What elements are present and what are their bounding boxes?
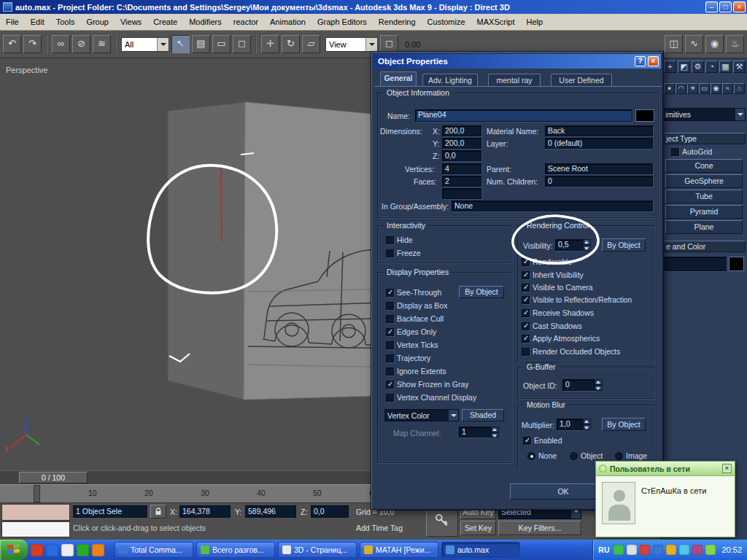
checkbox[interactable]: [386, 354, 394, 362]
vertex-ticks-checkbox[interactable]: Vertex Ticks: [386, 341, 438, 349]
rectangular-selection-region-icon[interactable]: ▭: [212, 35, 231, 53]
tab-utilities[interactable]: ⚒: [733, 61, 746, 73]
menu-item-file[interactable]: File: [0, 16, 25, 28]
motion-blur-object-radio[interactable]: Object: [570, 451, 603, 460]
object-id-spinner[interactable]: [595, 379, 603, 391]
visibility-field[interactable]: 0,5: [555, 239, 583, 251]
inherit-visibility-checkbox[interactable]: Inherit Visibility: [522, 271, 584, 279]
menu-item-create[interactable]: Create: [147, 16, 183, 28]
radio[interactable]: [527, 452, 535, 460]
checkbox[interactable]: [386, 302, 394, 310]
cast-shadows-checkbox[interactable]: Cast Shadows: [522, 322, 582, 330]
motion-blur-none-radio[interactable]: None: [527, 451, 557, 460]
tab-create[interactable]: +: [664, 61, 676, 73]
checkbox[interactable]: [522, 258, 530, 266]
receive-shadows-checkbox[interactable]: Receive Shadows: [522, 308, 594, 317]
tray-icon-updates[interactable]: [666, 545, 676, 555]
checkbox[interactable]: [386, 249, 394, 257]
checkbox[interactable]: [522, 296, 530, 304]
radio[interactable]: [570, 452, 578, 460]
taskbar-task-total-commander[interactable]: Total Comma...: [115, 542, 193, 558]
checkbox[interactable]: [522, 348, 530, 356]
category-lights-icon[interactable]: ☀: [687, 83, 698, 94]
tab-modify[interactable]: ◩: [678, 61, 690, 73]
checkbox[interactable]: [386, 328, 394, 336]
object-name-field[interactable]: [662, 257, 727, 271]
menu-item-help[interactable]: Help: [521, 16, 549, 28]
taskbar-task-browser[interactable]: 3D - Страниц...: [278, 542, 357, 558]
checkbox[interactable]: [522, 284, 530, 292]
add-time-tag[interactable]: Add Time Tag: [356, 524, 403, 532]
checkbox[interactable]: [523, 437, 531, 445]
render-icon[interactable]: ♨: [726, 35, 744, 53]
chevron-down-icon[interactable]: [448, 410, 458, 421]
visible-to-camera-checkbox[interactable]: Visible to Camera: [522, 283, 593, 292]
unlink-selection-icon[interactable]: ⊘: [72, 35, 90, 53]
notification-close-icon[interactable]: ×: [722, 464, 732, 473]
y-coord-field[interactable]: 589,496: [245, 505, 296, 518]
shaded-button[interactable]: Shaded: [462, 409, 504, 421]
checkbox[interactable]: [671, 148, 679, 156]
mirror-icon[interactable]: ◫: [665, 35, 683, 53]
select-object-icon[interactable]: ↖: [171, 35, 190, 53]
start-button[interactable]: [0, 540, 28, 560]
curve-editor-icon[interactable]: ∿: [685, 35, 703, 53]
checkbox[interactable]: [522, 309, 530, 317]
menu-item-modifiers[interactable]: Modifiers: [183, 16, 228, 28]
minimize-button[interactable]: –: [705, 1, 718, 12]
motion-blur-image-radio[interactable]: Image: [615, 451, 647, 460]
checkbox[interactable]: [386, 289, 394, 297]
undo-icon[interactable]: ↶: [3, 35, 21, 53]
name-field[interactable]: Plane04: [415, 109, 632, 122]
category-shapes-icon[interactable]: ◠: [676, 83, 686, 94]
map-channel-field[interactable]: 1: [459, 427, 491, 438]
rollout-object-type[interactable]: ject Type: [662, 133, 746, 144]
visibility-by-object-button[interactable]: By Object: [602, 238, 646, 252]
set-key-button[interactable]: Set Key: [460, 521, 496, 535]
hide-checkbox[interactable]: Hide: [386, 236, 413, 244]
quick-launch-icon-1[interactable]: [31, 544, 43, 556]
redo-icon[interactable]: ↷: [23, 35, 42, 53]
taskbar-task-automax[interactable]: auto.max: [441, 542, 520, 558]
category-helpers-icon[interactable]: ◉: [711, 83, 721, 94]
tab-display[interactable]: ▦: [719, 61, 732, 73]
multiplier-field[interactable]: 1,0: [557, 419, 583, 430]
dialog-help-button[interactable]: ?: [635, 56, 646, 66]
checkbox[interactable]: [522, 271, 530, 279]
checkbox[interactable]: [386, 368, 394, 376]
vertex-channel-display-checkbox[interactable]: Vertex Channel Display: [386, 393, 476, 402]
x-coord-field[interactable]: 164,378: [179, 505, 231, 518]
ignore-extents-checkbox[interactable]: Ignore Extents: [386, 367, 446, 376]
checkbox[interactable]: [386, 341, 394, 349]
map-channel-spinner[interactable]: [491, 427, 499, 438]
tray-icon-display[interactable]: [679, 545, 689, 555]
menu-item-edit[interactable]: Edit: [25, 16, 50, 28]
tray-icon-antivirus[interactable]: [614, 545, 624, 555]
radio[interactable]: [615, 452, 623, 460]
vertex-color-dropdown[interactable]: Vertex Color: [384, 409, 459, 421]
menu-item-rendering[interactable]: Rendering: [373, 16, 422, 28]
tab-general[interactable]: General: [380, 71, 417, 87]
render-occluded-checkbox[interactable]: Render Occluded Objects: [522, 347, 620, 356]
menu-item-animation[interactable]: Animation: [264, 16, 311, 28]
dialog-titlebar[interactable]: Object Properties ? ×: [374, 54, 661, 69]
display-by-object-button[interactable]: By Object: [459, 286, 504, 298]
menu-item-maxscript[interactable]: MAXScript: [471, 16, 521, 28]
pyramid-button[interactable]: Pyramid: [665, 205, 743, 219]
taskbar-clock[interactable]: 20:52: [721, 545, 742, 554]
checkbox[interactable]: [386, 236, 394, 244]
tab-adv-lighting[interactable]: Adv. Lighting: [422, 74, 478, 87]
multiplier-spinner[interactable]: [583, 419, 591, 430]
quick-launch-icon-4[interactable]: [77, 544, 89, 556]
show-frozen-in-gray-checkbox[interactable]: Show Frozen in Gray: [386, 380, 469, 389]
select-and-move-icon[interactable]: ✛: [261, 35, 279, 53]
display-as-box-checkbox[interactable]: Display as Box: [386, 301, 447, 310]
taskbar-task-chats[interactable]: Всего разгов...: [196, 542, 275, 558]
motion-blur-by-object-button[interactable]: By Object: [602, 418, 646, 431]
select-and-link-icon[interactable]: ∞: [52, 35, 70, 53]
checkbox[interactable]: [386, 315, 394, 323]
chevron-down-icon[interactable]: [157, 38, 169, 51]
menu-item-graph-editors[interactable]: Graph Editors: [311, 16, 373, 28]
bind-to-spacewarp-icon[interactable]: ≋: [93, 35, 111, 53]
tray-icon-volume[interactable]: [627, 545, 637, 555]
